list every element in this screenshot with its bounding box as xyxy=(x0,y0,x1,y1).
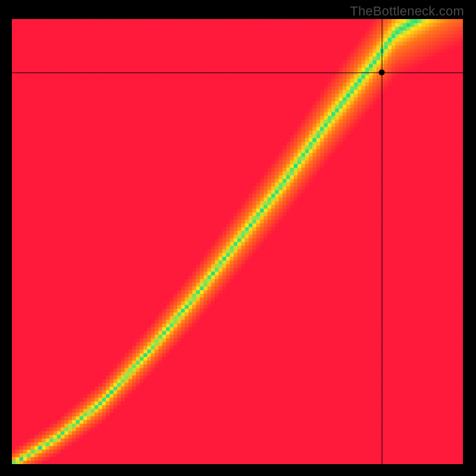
watermark-text: TheBottleneck.com xyxy=(350,4,464,19)
bottleneck-heatmap xyxy=(12,19,463,464)
chart-frame: TheBottleneck.com xyxy=(0,0,476,476)
